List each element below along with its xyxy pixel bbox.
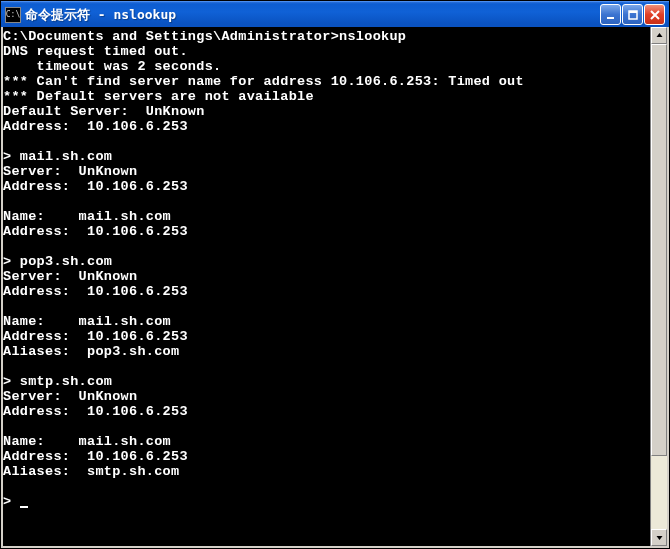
svg-rect-2 bbox=[629, 11, 637, 13]
scroll-up-button[interactable] bbox=[651, 27, 667, 44]
console-output[interactable]: C:\Documents and Settings\Administrator>… bbox=[3, 27, 650, 546]
scrollbar-track[interactable] bbox=[651, 44, 667, 529]
output-line: *** Can't find server name for address 1… bbox=[3, 74, 524, 89]
scrollbar-thumb[interactable] bbox=[651, 44, 667, 456]
output-line: Default Server: UnKnown bbox=[3, 104, 205, 119]
output-line: Address: 10.106.6.253 bbox=[3, 119, 188, 134]
cursor bbox=[20, 506, 28, 508]
output-line: Address: 10.106.6.253 bbox=[3, 329, 188, 344]
output-line: Name: mail.sh.com bbox=[3, 434, 171, 449]
output-line: Aliases: smtp.sh.com bbox=[3, 464, 179, 479]
output-line: Address: 10.106.6.253 bbox=[3, 449, 188, 464]
close-button[interactable] bbox=[644, 4, 665, 25]
maximize-button[interactable] bbox=[622, 4, 643, 25]
svg-rect-0 bbox=[607, 17, 614, 19]
output-line: Server: UnKnown bbox=[3, 389, 137, 404]
console-container: C:\Documents and Settings\Administrator>… bbox=[1, 27, 669, 548]
minimize-button[interactable] bbox=[600, 4, 621, 25]
titlebar[interactable]: C:\ 命令提示符 - nslookup bbox=[1, 1, 669, 27]
output-line: Name: mail.sh.com bbox=[3, 314, 171, 329]
output-line: Server: UnKnown bbox=[3, 269, 137, 284]
query-prompt: > smtp.sh.com bbox=[3, 374, 112, 389]
cmd-icon: C:\ bbox=[5, 7, 21, 23]
output-line: timeout was 2 seconds. bbox=[3, 59, 221, 74]
input-prompt[interactable]: > bbox=[3, 494, 20, 509]
output-line: DNS request timed out. bbox=[3, 44, 188, 59]
output-line: Name: mail.sh.com bbox=[3, 209, 171, 224]
window-title: 命令提示符 - nslookup bbox=[25, 6, 600, 24]
output-line: Address: 10.106.6.253 bbox=[3, 224, 188, 239]
query-prompt: > pop3.sh.com bbox=[3, 254, 112, 269]
prompt-line: C:\Documents and Settings\Administrator>… bbox=[3, 29, 406, 44]
output-line: Server: UnKnown bbox=[3, 164, 137, 179]
output-line: Address: 10.106.6.253 bbox=[3, 284, 188, 299]
output-line: Address: 10.106.6.253 bbox=[3, 179, 188, 194]
window-controls bbox=[600, 4, 665, 25]
output-line: *** Default servers are not available bbox=[3, 89, 314, 104]
output-line: Aliases: pop3.sh.com bbox=[3, 344, 179, 359]
scroll-down-button[interactable] bbox=[651, 529, 667, 546]
vertical-scrollbar[interactable] bbox=[650, 27, 667, 546]
query-prompt: > mail.sh.com bbox=[3, 149, 112, 164]
output-line: Address: 10.106.6.253 bbox=[3, 404, 188, 419]
